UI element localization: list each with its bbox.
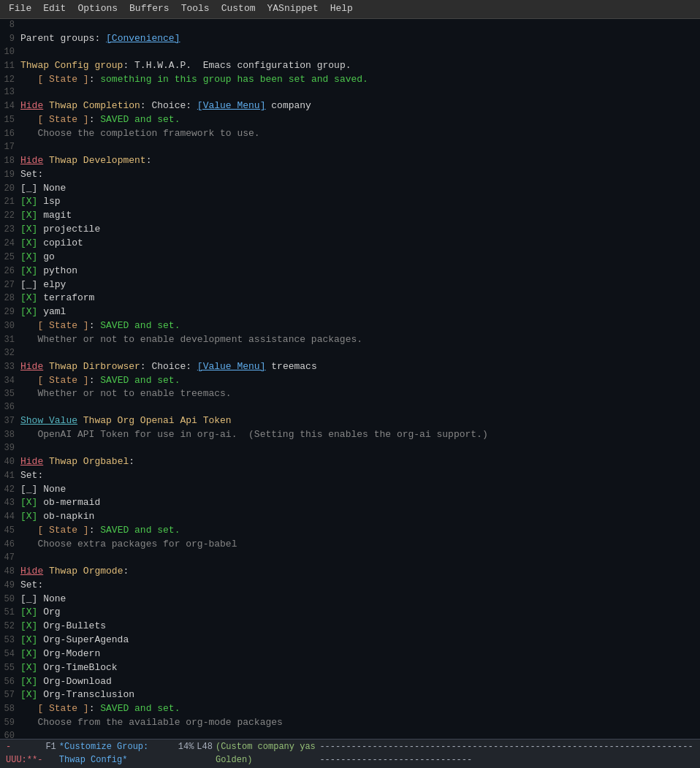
status-line: L48 xyxy=(197,741,213,767)
text-span: [ State ] xyxy=(20,114,89,125)
editor-line: 42[_] None xyxy=(0,483,700,497)
line-text: Set: xyxy=(20,168,700,182)
line-text: Set: xyxy=(20,579,700,593)
editor-line: 49Set: xyxy=(0,579,700,593)
editor-line: 23[X] projectile xyxy=(0,223,700,237)
editor-line: 37Show Value Thwap Org Openai Api Token xyxy=(0,414,700,428)
text-span: : xyxy=(146,155,152,166)
line-text: [X] Org-Transclusion xyxy=(20,688,700,702)
line-text: [_] None xyxy=(20,483,700,497)
text-span: [X] xyxy=(20,648,37,659)
clickable-link[interactable]: Hide xyxy=(20,100,43,111)
line-number: 26 xyxy=(0,265,20,278)
menu-custom[interactable]: Custom xyxy=(216,1,262,17)
line-number: 49 xyxy=(0,579,20,592)
clickable-link[interactable]: Hide xyxy=(20,566,43,577)
clickable-link[interactable]: Hide xyxy=(20,155,43,166)
text-span: Org-TimeBlock xyxy=(37,662,117,673)
text-span: : xyxy=(89,74,101,85)
text-span: Parent groups: xyxy=(20,33,106,44)
text-span: : xyxy=(89,525,101,536)
editor-line: 31 Whether or not to enable development … xyxy=(0,333,700,347)
line-text: OpenAI API Token for use in org-ai. (Set… xyxy=(20,428,700,442)
line-text: [X] copilot xyxy=(20,237,700,251)
line-number: 52 xyxy=(0,620,20,633)
editor-line: 56[X] Org-Download xyxy=(0,675,700,689)
text-span: : Choice: xyxy=(140,361,197,372)
text-span: : T.H.W.A.P. Emacs configuration group. xyxy=(123,60,351,71)
text-span: [X] xyxy=(20,689,37,700)
editor-line: 15 [ State ]: SAVED and set. xyxy=(0,113,700,127)
line-number: 35 xyxy=(0,388,20,400)
text-span: magit xyxy=(37,210,72,221)
menu-options[interactable]: Options xyxy=(72,1,123,17)
menu-buffers[interactable]: Buffers xyxy=(123,1,175,17)
text-span: SAVED and set. xyxy=(100,703,180,714)
line-number: 19 xyxy=(0,169,20,181)
line-text: [ State ]: SAVED and set. xyxy=(20,374,700,388)
text-span: [X] xyxy=(20,292,37,303)
clickable-link[interactable]: Hide xyxy=(20,361,43,372)
line-text: [X] ob-napkin xyxy=(20,510,700,524)
line-number: 43 xyxy=(0,497,20,509)
clickable-link[interactable]: [Convenience] xyxy=(106,33,180,44)
text-span: [ State ] xyxy=(20,320,89,331)
line-text: [X] Org-Download xyxy=(20,675,700,689)
line-text: Hide Thwap Orgmode: xyxy=(20,565,700,579)
text-span: [_] xyxy=(20,484,37,495)
menu-yasnippet[interactable]: YASnippet xyxy=(261,1,324,17)
editor-line: 27[_] elpy xyxy=(0,278,700,292)
menu-help[interactable]: Help xyxy=(324,1,359,17)
text-span: [ State ] xyxy=(20,74,89,85)
line-text: Hide Thwap Dirbrowser: Choice: [Value Me… xyxy=(20,360,700,374)
line-text: [X] Org-TimeBlock xyxy=(20,661,700,675)
editor-line: 47 xyxy=(0,552,700,565)
line-text: Choose extra packages for org-babel xyxy=(20,538,700,552)
line-text: Thwap Config group: T.H.W.A.P. Emacs con… xyxy=(20,59,700,73)
menu-tools[interactable]: Tools xyxy=(175,1,216,17)
line-number: 54 xyxy=(0,648,20,661)
clickable-link[interactable]: [Value Menu] xyxy=(197,100,266,111)
line-text: [_] elpy xyxy=(20,278,700,292)
text-span: Thwap Orgbabel xyxy=(43,456,129,467)
line-number: 51 xyxy=(0,607,20,619)
editor-line: 30 [ State ]: SAVED and set. xyxy=(0,319,700,333)
status-bar: -UUU:**- F1 *Customize Group: Thwap Conf… xyxy=(0,739,700,768)
text-span: Thwap Config group xyxy=(20,60,123,71)
clickable-link[interactable]: [Value Menu] xyxy=(197,361,266,372)
text-span: Thwap Completion xyxy=(43,100,140,111)
menu-file[interactable]: File xyxy=(3,1,37,17)
text-span: None xyxy=(37,484,66,495)
text-span: Set: xyxy=(20,169,43,180)
editor-line: 53[X] Org-SuperAgenda xyxy=(0,634,700,647)
line-text: Hide Thwap Completion: Choice: [Value Me… xyxy=(20,99,700,113)
line-text: Set: xyxy=(20,469,700,483)
text-span: [X] xyxy=(20,237,37,248)
line-text: [ State ]: SAVED and set. xyxy=(20,524,700,538)
line-text: [X] python xyxy=(20,265,700,278)
status-modes: (Custom company yas Golden) xyxy=(216,741,316,767)
editor-line: 55[X] Org-TimeBlock xyxy=(0,661,700,675)
line-text: [ State ]: SAVED and set. xyxy=(20,113,700,127)
editor-line: 32 xyxy=(0,347,700,360)
line-text: [X] terraform xyxy=(20,292,700,305)
line-number: 45 xyxy=(0,525,20,537)
clickable-link[interactable]: Show Value xyxy=(20,415,77,426)
line-number: 40 xyxy=(0,456,20,468)
text-span: [_] xyxy=(20,593,37,604)
text-span: [ State ] xyxy=(20,703,89,714)
text-span: Choose the completion framework to use. xyxy=(20,128,260,139)
text-span: Org-Download xyxy=(37,676,111,687)
text-span: [_] xyxy=(20,279,37,290)
line-text: Choose from the available org-mode packa… xyxy=(20,716,700,730)
line-text: [ State ]: something in this group has b… xyxy=(20,73,700,87)
text-span: SAVED and set. xyxy=(100,525,180,536)
menu-edit[interactable]: Edit xyxy=(37,1,72,17)
line-text: [ State ]: SAVED and set. xyxy=(20,319,700,333)
editor-line: 50[_] None xyxy=(0,593,700,607)
clickable-link[interactable]: Hide xyxy=(20,456,43,467)
line-number: 11 xyxy=(0,60,20,72)
text-span: : xyxy=(89,114,101,125)
text-span: Choose from the available org-mode packa… xyxy=(20,717,283,728)
text-span: [X] xyxy=(20,511,37,522)
